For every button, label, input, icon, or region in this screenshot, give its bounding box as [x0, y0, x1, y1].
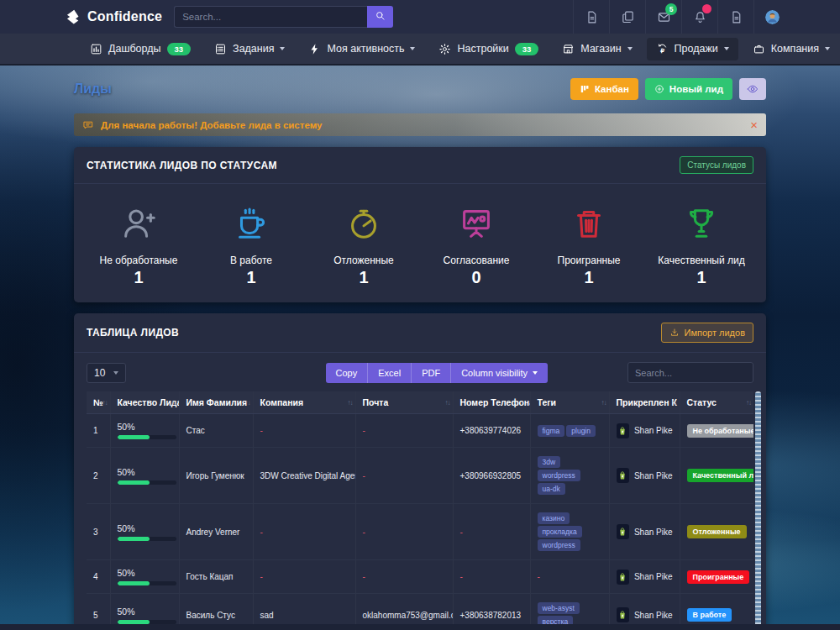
document-cell[interactable] [573, 0, 609, 34]
assignee-avatar [617, 607, 629, 622]
topbar-search-button[interactable] [367, 6, 393, 28]
document2-cell[interactable] [717, 0, 753, 34]
sort-icon[interactable]: ↑↓ [445, 399, 450, 407]
cell-tags-value: - [538, 572, 540, 581]
cell-company-value: sad [260, 611, 274, 620]
bell-cell[interactable] [681, 0, 717, 34]
new-lead-button-label: Новый лид [669, 84, 723, 94]
cell-name-value: Стас [186, 426, 205, 435]
cell-status: Качественный лид [680, 448, 753, 504]
cell-number-value: 4 [93, 572, 98, 581]
table-row[interactable]: 350%Andrey Verner---казинопрокладкаwordp… [87, 504, 753, 560]
export-excel-button[interactable]: Excel [368, 363, 412, 383]
sort-icon[interactable]: ↑↓ [171, 399, 176, 407]
export-copy-button[interactable]: Copy [326, 363, 369, 383]
cell-email-value: - [363, 572, 365, 581]
table-row[interactable]: 450%Гость Кацап----Shan PikeПроигранные [87, 560, 753, 594]
new-lead-button[interactable]: Новый лид [645, 78, 732, 100]
stats-grid: Не обработаные1В работе1Отложенные1Согла… [74, 184, 766, 302]
nav-item-dashboards[interactable]: Дашборды33 [81, 38, 200, 60]
tag-chip[interactable]: wordpress [538, 539, 580, 551]
sort-icon[interactable]: ↑↓ [601, 399, 606, 407]
column-header[interactable]: Почта↑↓ [355, 391, 453, 414]
cell-number: 4 [87, 560, 110, 594]
tag-chip[interactable]: web-asyst [538, 602, 580, 614]
table-row[interactable]: 150%Стас--+380639774026figmapluginShan P… [87, 414, 753, 448]
eye-button[interactable] [739, 78, 766, 100]
column-header[interactable]: Качество Лида↑↓ [110, 391, 179, 414]
assignee[interactable]: Shan Pike [617, 570, 673, 585]
cell-email: - [355, 504, 453, 560]
cell-assignee: Shan Pike [609, 448, 680, 504]
tag-chip[interactable]: прокладка [538, 526, 582, 538]
nav-item-settings[interactable]: Настройки33 [429, 38, 548, 60]
column-header[interactable]: Прикреплен К↑↓ [609, 391, 680, 414]
cell-email-value: - [363, 471, 365, 480]
assignee[interactable]: Shan Pike [617, 423, 673, 438]
vertical-scrollbar[interactable] [755, 391, 761, 630]
sort-icon[interactable]: ↑↓ [102, 399, 108, 407]
tag-chip[interactable]: ua-dk [538, 483, 565, 495]
tag-chip[interactable]: figma [538, 425, 565, 437]
alert-close-button[interactable]: × [750, 118, 758, 131]
tag-chip[interactable]: plugin [566, 425, 596, 437]
column-header[interactable]: Компания↑↓ [253, 391, 355, 414]
assignee-name: Shan Pike [634, 611, 673, 620]
bolt-icon [308, 43, 321, 55]
topbar-search-input[interactable] [174, 6, 367, 28]
nav-item-sales[interactable]: ₽Продажи [647, 38, 738, 60]
notes-cell[interactable] [609, 0, 645, 34]
nav-item-activity[interactable]: Моя активность [299, 38, 424, 60]
kanban-button[interactable]: Канбан [570, 78, 638, 100]
cell-status: Отложенные [680, 504, 753, 560]
column-header[interactable]: Имя Фамилия↑↓ [179, 391, 253, 414]
nav-item-company[interactable]: Компания [743, 38, 839, 60]
table-panel-head: ТАБЛИЦА ЛИДОВ Импорт лидов [74, 313, 766, 353]
sort-icon[interactable]: ↑↓ [672, 399, 677, 407]
stat-item: Согласование0 [420, 204, 533, 287]
status-badge: Проигранные [687, 570, 750, 584]
column-header[interactable]: №↑↓ [87, 391, 110, 414]
export-pdf-button[interactable]: PDF [412, 363, 451, 383]
brand[interactable]: Confidence [64, 0, 162, 34]
tag-chip[interactable]: казино [538, 512, 570, 524]
table-search-input[interactable] [627, 362, 753, 383]
nav-item-tasks[interactable]: Задания [205, 38, 294, 60]
column-header[interactable]: Статус↑↓ [680, 391, 753, 414]
avatar-cell[interactable] [753, 0, 790, 34]
quality-progress-fill [118, 537, 150, 541]
quality-progress-fill [118, 435, 150, 439]
assignee[interactable]: Shan Pike [617, 468, 673, 483]
table-row[interactable]: 250%Игорь Гуменюк3DW Creative Digital Ag… [87, 448, 753, 504]
column-header[interactable]: Теги↑↓ [530, 391, 609, 414]
quality-progress-track [118, 620, 176, 624]
sort-icon[interactable]: ↑↓ [348, 399, 353, 407]
lead-statuses-button[interactable]: Статусы лидов [680, 156, 753, 174]
cell-phone-value: +380639774026 [460, 426, 522, 435]
assignee[interactable]: Shan Pike [617, 524, 673, 539]
quality-progress-track [118, 435, 176, 439]
cell-name-value: Игорь Гуменюк [186, 471, 244, 480]
import-leads-button[interactable]: Импорт лидов [661, 323, 753, 343]
column-header-label: Прикреплен К [617, 397, 677, 407]
column-visibility-button[interactable]: Column visibility [451, 363, 548, 383]
tag-chip[interactable]: wordpress [538, 470, 580, 481]
mail-cell[interactable]: 5 [645, 0, 681, 34]
chevron-down-icon [533, 371, 538, 375]
tag-chip[interactable]: 3dw [538, 456, 561, 468]
page-length-select[interactable]: 10 [87, 363, 126, 383]
column-header-label: Теги [538, 397, 557, 407]
assignee-avatar [617, 570, 629, 585]
sort-icon[interactable]: ↑↓ [746, 399, 751, 407]
sort-icon[interactable]: ↑↓ [522, 399, 528, 407]
alert-banner: Для начала работы! Добавьте лида в систе… [74, 113, 766, 136]
cell-status: Проигранные [680, 560, 753, 594]
quality-progress-fill [118, 620, 150, 624]
assignee[interactable]: Shan Pike [617, 607, 673, 622]
sort-icon[interactable]: ↑↓ [245, 399, 250, 407]
quality-percent-label: 50% [118, 422, 172, 432]
nav-item-shop[interactable]: Магазин [553, 38, 641, 60]
quality-percent-label: 50% [118, 568, 172, 578]
column-header[interactable]: Номер Телефона↑↓ [453, 391, 530, 414]
stats-panel: СТАТИСТИКА ЛИДОВ ПО СТАТУСАМ Статусы лид… [74, 147, 766, 302]
